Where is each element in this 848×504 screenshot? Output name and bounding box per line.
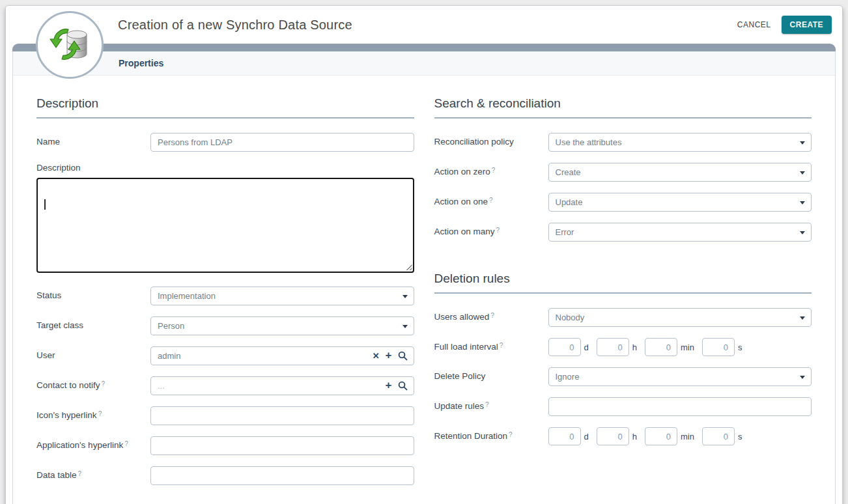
- hours-unit-label: h: [632, 432, 637, 441]
- section-title-description: Description: [36, 96, 414, 119]
- chevron-down-icon: [800, 376, 805, 379]
- full-load-interval-hours-input[interactable]: [597, 338, 629, 356]
- name-input[interactable]: [150, 133, 414, 152]
- icons-hyperlink-input[interactable]: [150, 406, 414, 425]
- panel-content: Description Name Description: [13, 76, 835, 504]
- action-on-one-label: Action on one: [434, 197, 488, 206]
- chevron-down-icon: [403, 295, 408, 298]
- icons-hyperlink-label: Icon's hyperlink: [36, 410, 97, 420]
- full-load-interval-minutes-input[interactable]: [645, 338, 677, 356]
- form-panel: Properties Description Name Description: [12, 51, 836, 504]
- retention-duration-hours-input[interactable]: [597, 427, 629, 445]
- field-reconciliation-policy: Reconciliation policy Use the attributes: [434, 133, 812, 152]
- synchro-datasource-badge: [36, 11, 104, 79]
- users-allowed-select-value: Nobody: [556, 313, 585, 322]
- applications-hyperlink-input[interactable]: [150, 436, 414, 455]
- help-icon: ?: [78, 470, 82, 477]
- retention-duration-minutes-input[interactable]: [645, 427, 677, 445]
- section-description: Description Name Description: [36, 96, 414, 485]
- field-update-rules: Update rules?: [434, 397, 812, 416]
- retention-duration-days-input[interactable]: [548, 427, 581, 445]
- field-users-allowed: Users allowed? Nobody: [434, 308, 812, 327]
- action-on-many-select[interactable]: Error: [548, 223, 812, 242]
- full-load-interval-label: Full load interval: [434, 342, 498, 352]
- reconciliation-policy-select-value: Use the attributes: [556, 137, 622, 147]
- clear-icon[interactable]: ✕: [373, 352, 380, 360]
- retention-duration-seconds-input[interactable]: [702, 427, 735, 445]
- help-icon: ?: [98, 410, 102, 417]
- tabstrip: Properties: [13, 51, 835, 76]
- tab-properties[interactable]: Properties: [119, 58, 163, 68]
- status-select[interactable]: Implementation: [150, 287, 414, 305]
- chevron-down-icon: [800, 171, 805, 175]
- help-icon: ?: [496, 227, 500, 234]
- action-on-zero-select[interactable]: Create: [548, 163, 812, 182]
- chevron-down-icon: [800, 141, 805, 145]
- update-rules-input[interactable]: [548, 397, 812, 416]
- retention-duration-label: Retention Duration: [434, 431, 508, 441]
- action-on-many-select-value: Error: [556, 227, 574, 237]
- help-icon: ?: [492, 167, 496, 174]
- field-action-on-many: Action on many? Error: [434, 223, 812, 242]
- add-icon[interactable]: +: [386, 350, 392, 361]
- reconciliation-policy-select[interactable]: Use the attributes: [548, 133, 812, 152]
- help-icon: ?: [490, 312, 494, 319]
- field-full-load-interval: Full load interval? d h min s: [434, 338, 812, 356]
- help-icon: ?: [485, 401, 489, 408]
- section-deletion-rules: Deletion rules Users allowed? Nobody Ful…: [434, 272, 812, 445]
- action-on-one-select-value: Update: [556, 197, 583, 207]
- data-table-input[interactable]: [150, 466, 414, 485]
- name-label: Name: [36, 137, 60, 147]
- section-title-deletion-rules: Deletion rules: [434, 272, 812, 294]
- synchro-data-source-window: Creation of a new Synchro Data Source CA…: [5, 5, 843, 504]
- full-load-interval-days-input[interactable]: [548, 338, 581, 356]
- chevron-down-icon: [800, 316, 805, 320]
- cancel-button[interactable]: CANCEL: [737, 20, 771, 29]
- reconciliation-policy-label: Reconciliation policy: [434, 137, 514, 147]
- action-on-zero-label: Action on zero: [434, 167, 490, 176]
- field-applications-hyperlink: Application's hyperlink?: [36, 436, 414, 455]
- add-icon[interactable]: +: [386, 380, 392, 391]
- delete-policy-select[interactable]: Ignore: [548, 367, 812, 386]
- window-header: Creation of a new Synchro Data Source CA…: [6, 6, 842, 44]
- page-title: Creation of a new Synchro Data Source: [118, 18, 352, 33]
- field-contact-to-notify: Contact to notify? +: [36, 376, 414, 395]
- target-class-select[interactable]: Person: [150, 316, 414, 335]
- action-on-zero-select-value: Create: [556, 167, 581, 177]
- section-search-reconciliation: Search & reconciliation Reconciliation p…: [434, 96, 812, 242]
- chevron-down-icon: [403, 325, 408, 328]
- users-allowed-label: Users allowed: [434, 312, 490, 322]
- create-button[interactable]: CREATE: [782, 16, 832, 34]
- field-icons-hyperlink: Icon's hyperlink?: [36, 406, 414, 425]
- days-unit-label: d: [584, 432, 589, 441]
- applications-hyperlink-label: Application's hyperlink: [36, 440, 123, 450]
- field-delete-policy: Delete Policy Ignore: [434, 367, 812, 386]
- tab-top-bar: [12, 44, 836, 51]
- help-icon: ?: [500, 342, 503, 349]
- full-load-interval-seconds-input[interactable]: [702, 338, 735, 356]
- search-icon[interactable]: [398, 351, 408, 361]
- contact-to-notify-input[interactable]: [150, 376, 414, 395]
- field-data-table: Data table?: [36, 466, 414, 485]
- field-target-class: Target class Person: [36, 316, 414, 335]
- field-user: User ✕ +: [36, 346, 414, 365]
- minutes-unit-label: min: [681, 432, 694, 441]
- seconds-unit-label: s: [738, 432, 742, 441]
- user-label: User: [36, 350, 55, 360]
- delete-policy-select-value: Ignore: [556, 372, 580, 382]
- field-retention-duration: Retention Duration? d h min s: [434, 427, 812, 445]
- users-allowed-select[interactable]: Nobody: [548, 308, 812, 327]
- description-textarea[interactable]: [36, 178, 414, 273]
- status-select-value: Implementation: [158, 291, 216, 301]
- help-icon: ?: [509, 431, 513, 438]
- field-status: Status Implementation: [36, 287, 414, 305]
- search-icon[interactable]: [398, 381, 408, 391]
- action-on-many-label: Action on many: [434, 227, 495, 236]
- action-on-one-select[interactable]: Update: [548, 193, 812, 212]
- status-label: Status: [36, 290, 61, 300]
- help-icon: ?: [489, 197, 493, 204]
- left-column: Description Name Description: [36, 96, 414, 496]
- header-actions: CANCEL CREATE: [737, 16, 832, 34]
- chevron-down-icon: [800, 201, 805, 204]
- data-table-label: Data table: [36, 470, 77, 480]
